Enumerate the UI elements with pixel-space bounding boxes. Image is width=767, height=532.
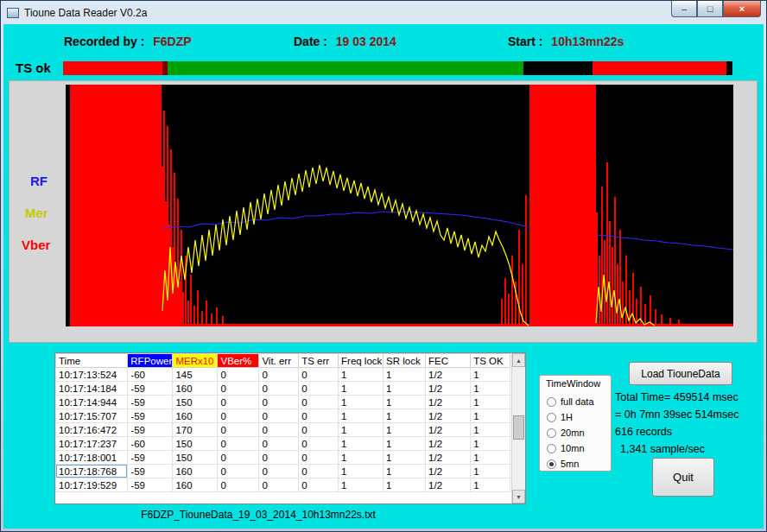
table-cell[interactable]: 1/2 <box>426 382 471 396</box>
table-cell[interactable]: 1 <box>471 451 510 465</box>
table-cell[interactable]: 1 <box>471 368 510 382</box>
table-row[interactable]: 10:17:18:768-59160000111/21 <box>56 465 510 478</box>
table-cell[interactable]: 10:17:15:707 <box>56 409 128 423</box>
table-cell[interactable]: 0 <box>218 478 259 492</box>
table-cell[interactable]: 1/2 <box>426 409 471 423</box>
table-cell[interactable]: 10:17:13:524 <box>56 368 128 382</box>
scroll-down-icon[interactable]: ▼ <box>512 490 525 504</box>
minimize-button[interactable]: – <box>671 1 697 17</box>
table-cell[interactable]: 0 <box>299 382 339 396</box>
timewindow-option-10mn[interactable]: 10mn <box>547 440 609 456</box>
column-header[interactable]: RFPower <box>128 354 173 368</box>
table-cell[interactable]: 1 <box>471 437 510 451</box>
quit-button[interactable]: Quit <box>652 458 714 497</box>
table-cell[interactable]: 10:17:19:529 <box>56 478 128 492</box>
load-tiounedata-button[interactable]: Load TiouneData <box>629 362 732 385</box>
table-cell[interactable]: 0 <box>299 396 339 409</box>
close-button[interactable]: × <box>723 1 761 17</box>
table-cell[interactable]: 1 <box>471 465 510 478</box>
table-cell[interactable]: -59 <box>128 409 173 423</box>
table-cell[interactable]: 10:17:18:001 <box>56 451 128 465</box>
table-cell[interactable]: 160 <box>173 409 218 423</box>
column-header[interactable]: Time <box>56 354 128 368</box>
timewindow-option-20mn[interactable]: 20mn <box>547 425 609 440</box>
table-cell[interactable]: 0 <box>259 423 299 437</box>
table-cell[interactable]: 145 <box>173 368 218 382</box>
table-row[interactable]: 10:17:18:001-59150000111/21 <box>56 451 510 465</box>
table-cell[interactable]: 1 <box>471 409 510 423</box>
table-cell[interactable]: 1 <box>339 409 384 423</box>
column-header[interactable]: VBer% <box>218 354 259 368</box>
table-cell[interactable]: 1 <box>339 478 384 492</box>
column-header[interactable]: Vit. err <box>259 354 299 368</box>
table-cell[interactable]: 1 <box>339 437 384 451</box>
table-cell[interactable]: 1/2 <box>426 368 471 382</box>
table-cell[interactable]: 1 <box>471 423 510 437</box>
table-cell[interactable]: 1 <box>384 423 426 437</box>
table-cell[interactable]: 0 <box>299 409 339 423</box>
table-cell[interactable]: 1 <box>471 382 510 396</box>
table-cell[interactable]: 1 <box>339 368 384 382</box>
table-cell[interactable]: 1 <box>339 382 384 396</box>
table-cell[interactable]: -59 <box>128 396 173 409</box>
table-cell[interactable]: 1 <box>339 451 384 465</box>
radio-icon[interactable] <box>547 444 556 453</box>
table-cell[interactable]: 1 <box>384 396 426 409</box>
table-cell[interactable]: 0 <box>259 465 299 478</box>
table-cell[interactable]: 0 <box>218 396 259 409</box>
table-cell[interactable]: 1 <box>471 396 510 409</box>
table-cell[interactable]: 1 <box>384 368 426 382</box>
table-row[interactable]: 10:17:14:184-59160000111/21 <box>56 382 510 396</box>
table-cell[interactable]: 1/2 <box>426 437 471 451</box>
table-cell[interactable]: 150 <box>173 451 218 465</box>
table-cell[interactable]: -59 <box>128 382 173 396</box>
table-cell[interactable]: 150 <box>173 437 218 451</box>
table-cell[interactable]: 1/2 <box>426 396 471 409</box>
scroll-up-icon[interactable]: ▲ <box>512 353 525 367</box>
table-cell[interactable]: 0 <box>299 437 339 451</box>
table-row[interactable]: 10:17:17:237-60150000111/21 <box>56 437 510 451</box>
table-cell[interactable]: -59 <box>128 478 173 492</box>
table-cell[interactable]: 0 <box>259 437 299 451</box>
timewindow-option-full-data[interactable]: full data <box>547 394 609 409</box>
table-cell[interactable]: 1 <box>384 478 426 492</box>
table-cell[interactable]: 10:17:14:944 <box>56 396 128 409</box>
table-cell[interactable]: 0 <box>299 451 339 465</box>
table-cell[interactable]: 10:17:16:472 <box>56 423 128 437</box>
table-cell[interactable]: 0 <box>218 423 259 437</box>
table-row[interactable]: 10:17:15:707-59160000111/21 <box>56 409 510 423</box>
table-cell[interactable]: 0 <box>218 368 259 382</box>
table-row[interactable]: 10:17:13:524-60145000111/21 <box>56 368 510 382</box>
table-row[interactable]: 10:17:19:529-59160000111/21 <box>56 478 510 492</box>
table-cell[interactable]: 1/2 <box>426 451 471 465</box>
table-cell[interactable]: 160 <box>173 465 218 478</box>
table-cell[interactable]: 1 <box>384 465 426 478</box>
table-cell[interactable]: 0 <box>259 368 299 382</box>
table-scrollbar[interactable]: ▲ ▼ <box>511 353 525 504</box>
table-cell[interactable]: 160 <box>173 382 218 396</box>
radio-icon[interactable] <box>547 397 556 407</box>
table-cell[interactable]: 150 <box>173 396 218 409</box>
maximize-button[interactable]: □ <box>697 1 723 17</box>
column-header[interactable]: Freq lock <box>339 354 384 368</box>
table-cell[interactable]: 0 <box>218 382 259 396</box>
column-header[interactable]: TS OK <box>471 354 510 368</box>
column-header[interactable]: SR lock <box>384 354 426 368</box>
table-cell[interactable]: 0 <box>299 423 339 437</box>
scroll-thumb[interactable] <box>513 415 524 440</box>
table-cell[interactable]: -59 <box>128 451 173 465</box>
column-header[interactable]: MERx10 <box>173 354 218 368</box>
table-cell[interactable]: 10:17:18:768 <box>56 465 128 478</box>
table-cell[interactable]: 1 <box>339 396 384 409</box>
table-cell[interactable]: 1/2 <box>426 478 471 492</box>
radio-icon[interactable] <box>547 459 556 469</box>
table-cell[interactable]: 1 <box>384 437 426 451</box>
table-cell[interactable]: 1 <box>339 465 384 478</box>
column-header[interactable]: FEC <box>426 354 471 368</box>
table-cell[interactable]: -60 <box>128 437 173 451</box>
table-cell[interactable]: -60 <box>128 368 173 382</box>
table-cell[interactable]: 0 <box>259 409 299 423</box>
timewindow-option-1H[interactable]: 1H <box>547 409 609 425</box>
column-header[interactable]: TS err <box>299 354 339 368</box>
table-cell[interactable]: 0 <box>218 451 259 465</box>
